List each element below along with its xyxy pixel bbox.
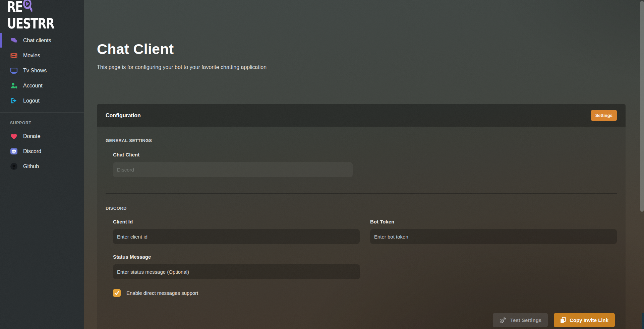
sidebar-divider [0, 112, 84, 113]
test-settings-button[interactable]: Test Settings [493, 313, 548, 327]
discord-icon [10, 147, 18, 155]
sidebar-item-label: Github [23, 163, 39, 170]
chat-bubbles-icon [10, 37, 18, 44]
sidebar-item-account[interactable]: Account [0, 78, 84, 93]
check-icon [114, 291, 119, 295]
sidebar-item-label: Movies [23, 53, 40, 59]
section-divider [106, 193, 617, 194]
github-icon [10, 162, 18, 170]
app-logo[interactable]: REUESTRR [0, 0, 84, 23]
bot-token-input[interactable] [370, 229, 617, 244]
configuration-card: Configuration Settings GENERAL SETTINGS … [97, 104, 626, 329]
bottom-corner-strip [642, 313, 644, 329]
page-subtitle: This page is for configuring your bot to… [97, 64, 267, 70]
sidebar-item-label: Logout [23, 98, 40, 104]
client-id-label: Client Id [113, 219, 360, 224]
discord-credentials-row: Client Id Bot Token [113, 219, 617, 244]
user-shield-icon [10, 82, 18, 89]
heart-icon [10, 132, 18, 140]
copy-icon [560, 317, 566, 323]
sidebar-item-label: Donate [23, 133, 41, 139]
bot-token-field-group: Bot Token [370, 219, 617, 244]
test-settings-label: Test Settings [510, 317, 541, 323]
sidebar-item-label: Account [23, 83, 43, 89]
film-icon [10, 52, 18, 59]
status-message-field-group: Status Message [113, 254, 617, 279]
sidebar-item-movies[interactable]: Movies [0, 48, 84, 63]
chat-client-select[interactable]: Discord [113, 162, 353, 177]
configuration-card-header: Configuration Settings [97, 104, 626, 127]
sidebar: REUESTRR Chat clients Movies Tv Shows [0, 0, 84, 329]
copy-invite-link-button[interactable]: Copy Invite Link [554, 313, 615, 327]
vertical-scrollbar-thumb[interactable] [640, 1, 644, 212]
configuration-title: Configuration [106, 113, 141, 119]
sidebar-item-chat-clients[interactable]: Chat clients [0, 33, 84, 48]
card-footer: Test Settings Copy Invite Link [493, 313, 615, 327]
chat-client-label: Chat Client [113, 152, 617, 157]
sidebar-item-logout[interactable]: Logout [0, 93, 84, 108]
configuration-card-body: GENERAL SETTINGS Chat Client Discord DIS… [97, 127, 626, 297]
sidebar-item-label: Chat clients [23, 38, 51, 44]
sidebar-item-label: Discord [23, 148, 41, 154]
dm-support-checkbox[interactable] [113, 289, 121, 297]
dm-support-checkbox-row[interactable]: Enable direct messages support [113, 289, 617, 297]
tv-icon [10, 67, 18, 74]
dm-support-label: Enable direct messages support [126, 290, 198, 296]
settings-button[interactable]: Settings [591, 110, 617, 121]
sidebar-support-nav: Donate Discord Github [0, 129, 84, 174]
sidebar-nav: Chat clients Movies Tv Shows Account [0, 33, 84, 108]
logo-text-post: UESTRR [7, 15, 54, 31]
active-indicator [0, 33, 2, 48]
magnifier-play-q-icon [23, 0, 33, 16]
client-id-field-group: Client Id [113, 219, 360, 244]
sidebar-item-github[interactable]: Github [0, 159, 84, 174]
page-header: Chat Client This page is for configuring… [97, 41, 267, 70]
sidebar-section-support: SUPPORT [10, 121, 84, 125]
sidebar-item-donate[interactable]: Donate [0, 129, 84, 144]
logo-text-pre: RE [7, 0, 22, 15]
discord-section-header: DISCORD [106, 206, 617, 211]
cogs-icon [499, 317, 507, 324]
general-settings-header: GENERAL SETTINGS [106, 138, 617, 143]
status-message-label: Status Message [113, 254, 617, 260]
page-title: Chat Client [97, 41, 267, 57]
copy-invite-link-label: Copy Invite Link [570, 317, 608, 323]
bot-token-label: Bot Token [370, 219, 617, 224]
client-id-input[interactable] [113, 229, 360, 244]
sign-out-icon [10, 97, 18, 105]
status-message-input[interactable] [113, 264, 360, 279]
logo-text: REUESTRR [7, 0, 78, 32]
chat-client-field-group: Chat Client Discord [113, 152, 617, 177]
sidebar-item-tv-shows[interactable]: Tv Shows [0, 63, 84, 78]
sidebar-item-discord[interactable]: Discord [0, 144, 84, 159]
sidebar-item-label: Tv Shows [23, 68, 47, 74]
